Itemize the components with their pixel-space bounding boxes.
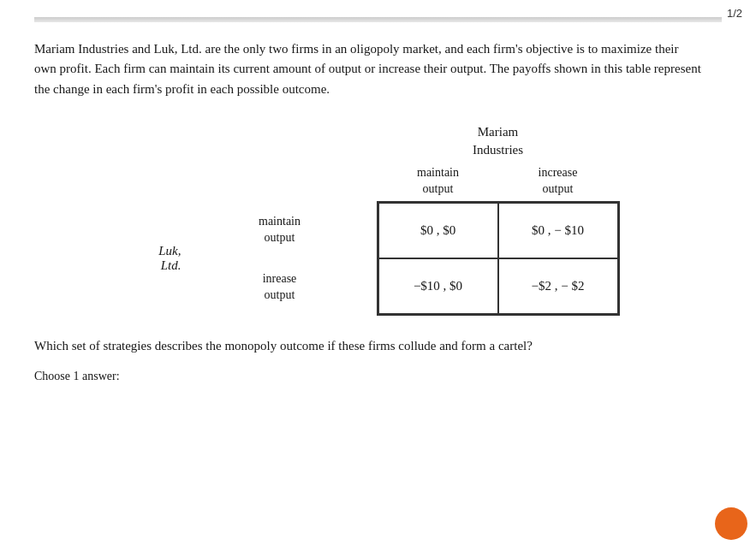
question-text: Which set of strategies describes the mo…	[34, 336, 685, 356]
row2-label: inrease output	[188, 258, 372, 316]
row1-label: maintain output	[188, 201, 372, 258]
col2-header: increase output	[498, 161, 618, 201]
top-bar	[34, 17, 722, 22]
luk-ltd-label: Luk, Ltd.	[137, 201, 188, 316]
game-grid: $0 , $0 $0 , − $10 −$10 , $0 −$2 , − $2	[377, 201, 620, 316]
col-spacer	[139, 161, 378, 201]
description-text: Mariam Industries and Luk, Ltd. are the …	[34, 39, 702, 99]
col1-header: maintain output	[378, 161, 498, 201]
page-container: 1/2 Mariam Industries and Luk, Ltd. are …	[0, 0, 756, 557]
left-labels-block: Luk, Ltd. maintain output inrease output	[137, 201, 377, 316]
choose-label: Choose 1 answer:	[34, 370, 722, 383]
mariam-header: Mariam Industries	[473, 123, 523, 159]
cell-r1c1: $0 , $0	[378, 203, 498, 258]
cell-r2c1: −$10 , $0	[378, 258, 498, 314]
cell-r2c2: −$2 , − $2	[498, 258, 618, 314]
row-labels-block: maintain output inrease output	[188, 201, 377, 316]
col-headers-row: maintain output increase output	[139, 161, 618, 201]
cell-r1c2: $0 , − $10	[498, 203, 618, 258]
game-table-wrapper: Mariam Industries maintain output increa…	[34, 123, 722, 316]
data-rows-area: Luk, Ltd. maintain output inrease output	[137, 201, 620, 316]
page-number: 1/2	[727, 7, 742, 20]
orange-circle-icon	[715, 507, 747, 540]
